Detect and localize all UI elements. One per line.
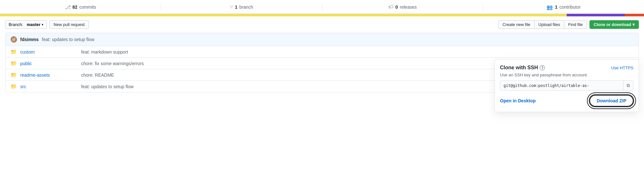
clone-caret-icon: ▾: [632, 22, 635, 27]
branch-selector[interactable]: Branch: master ▾: [5, 20, 47, 29]
table-row: 📁 custom feat: markdown support: [5, 46, 639, 58]
commits-stat[interactable]: ⎇ 82 commits: [0, 4, 161, 10]
clone-or-download-button[interactable]: Clone or download ▾: [589, 20, 639, 29]
branch-label: Branch:: [9, 22, 23, 27]
commits-icon: ⎇: [65, 4, 71, 10]
lang-html: [625, 14, 644, 16]
ssh-url-input[interactable]: [500, 81, 623, 90]
toolbar: Branch: master ▾ New pull request Create…: [0, 16, 644, 33]
branches-stat[interactable]: ⑂ 1 branch: [161, 4, 322, 10]
tag-icon: 🏷: [388, 4, 394, 10]
commit-author: fdsimms: [20, 37, 39, 42]
commits-label: commits: [79, 4, 96, 10]
file-name[interactable]: public: [20, 61, 78, 66]
folder-icon: 📁: [11, 60, 17, 66]
contributors-icon: 👥: [547, 4, 553, 10]
folder-icon: 📁: [11, 72, 17, 78]
upload-files-button[interactable]: Upload files: [534, 20, 564, 29]
panel-description: Use an SSH key and passphrase from accou…: [500, 73, 633, 77]
file-actions-group: Create new file Upload files Find file: [498, 20, 587, 29]
folder-icon: 📁: [11, 49, 17, 55]
releases-label: releases: [400, 4, 417, 10]
contributors-stat[interactable]: 👥 1 contributor: [483, 4, 644, 10]
new-pull-request-button[interactable]: New pull request: [49, 20, 89, 29]
stats-bar: ⎇ 82 commits ⑂ 1 branch 🏷 0 releases 👥 1…: [0, 0, 644, 14]
ssh-input-row: ⧉: [500, 81, 633, 90]
create-new-file-button[interactable]: Create new file: [498, 20, 534, 29]
panel-title: Clone with SSH ?: [500, 65, 545, 71]
lang-css: [567, 14, 625, 16]
clone-button-label: Clone or download: [594, 22, 631, 27]
help-icon[interactable]: ?: [540, 65, 545, 70]
language-bar: [0, 14, 644, 16]
branches-label: branch: [239, 4, 253, 10]
clone-panel: Clone with SSH ? Use HTTPS Use an SSH ke…: [495, 59, 639, 92]
folder-icon: 📁: [11, 83, 17, 90]
avatar: fd: [11, 36, 17, 43]
file-header: fd fdsimms feat: updates to setup flow: [5, 33, 639, 46]
file-name[interactable]: custom: [20, 49, 78, 55]
file-name[interactable]: src: [20, 84, 78, 89]
contributors-count: 1: [555, 4, 557, 10]
commits-count: 82: [72, 4, 78, 10]
panel-header: Clone with SSH ? Use HTTPS: [500, 65, 633, 71]
copy-button[interactable]: ⧉: [623, 81, 633, 90]
contributors-label: contributor: [559, 4, 580, 10]
lang-javascript: [0, 14, 567, 16]
branches-icon: ⑂: [230, 4, 233, 10]
avatar-image: fd: [11, 36, 17, 43]
releases-count: 0: [395, 4, 398, 10]
file-name[interactable]: readme-assets: [20, 73, 78, 78]
use-https-link[interactable]: Use HTTPS: [611, 65, 633, 70]
releases-stat[interactable]: 🏷 0 releases: [322, 4, 483, 10]
file-commit: feat: markdown support: [81, 49, 633, 55]
branches-count: 1: [235, 4, 238, 10]
commit-message: feat: updates to setup flow: [42, 37, 94, 42]
branch-name: master: [27, 22, 40, 27]
branch-caret-icon: ▾: [42, 23, 43, 26]
find-file-button[interactable]: Find file: [564, 20, 587, 29]
panel-title-text: Clone with SSH: [500, 65, 538, 71]
